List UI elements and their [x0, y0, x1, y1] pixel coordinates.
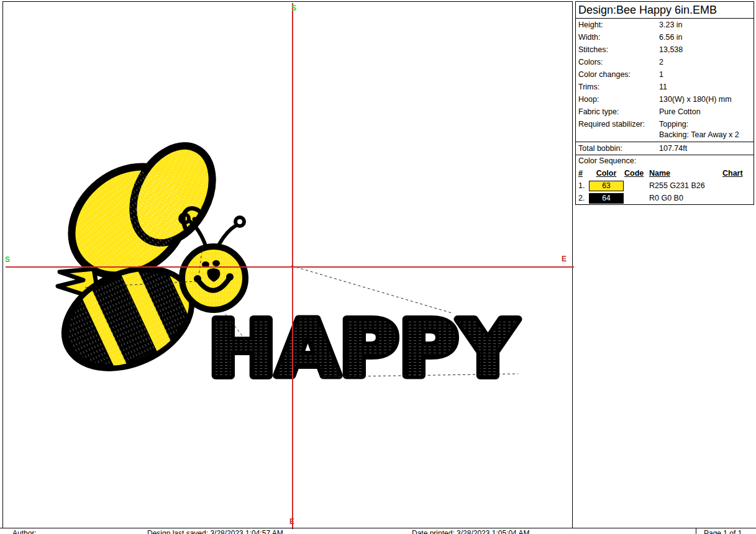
- end-marker-right: E: [562, 255, 567, 263]
- happy-text-stitch-texture: HAPPY: [208, 304, 518, 394]
- color-swatch-2: 64: [589, 193, 624, 204]
- footer-page-number: Page 1 of 1: [704, 529, 742, 534]
- info-row-height: Height: 3.23 in: [576, 19, 754, 31]
- footer-date-printed: Date printed: 3/28/2023 1:05:04 AM: [412, 529, 529, 534]
- color-swatch-1: 63: [589, 181, 624, 191]
- footer-divider-tick: [696, 528, 696, 534]
- color-sequence-row-2: 2. 64 R0 G0 B0: [576, 192, 754, 204]
- info-row-total-bobbin: Total bobbin: 107.74ft: [576, 142, 754, 155]
- horizontal-guide-line: [6, 266, 574, 268]
- info-row-stabilizer: Required stabilizer: Topping: Backing: T…: [576, 118, 754, 142]
- info-row-colors: Colors: 2: [576, 56, 754, 68]
- color-sequence-row-1: 1. 63 R255 G231 B26: [576, 179, 754, 192]
- design-title: Design:Bee Happy 6in.EMB: [576, 2, 754, 19]
- info-row-trims: Trims: 11: [576, 81, 754, 93]
- bee-eye-right: [212, 260, 220, 266]
- end-marker-bottom: E: [289, 518, 294, 525]
- bee-head: [182, 247, 245, 310]
- design-canvas: HAPPY HAPPY S S E E: [2, 1, 573, 528]
- happy-lettering: HAPPY HAPPY: [208, 304, 518, 394]
- embroidery-artwork: HAPPY HAPPY: [3, 2, 572, 528]
- footer-author: Author:: [12, 529, 37, 534]
- info-row-fabric-type: Fabric type: Pure Cotton: [576, 106, 754, 118]
- color-sequence-label: Color Sequence:: [576, 155, 754, 167]
- info-row-stitches: Stitches: 13,538: [576, 43, 754, 56]
- footer-divider: [0, 528, 756, 528]
- design-properties-table: Height: 3.23 in Width: 6.56 in Stitches:…: [576, 19, 754, 155]
- footer-last-saved: Design last saved: 3/28/2023 1:04:57 AM: [147, 529, 283, 534]
- info-row-color-changes: Color changes: 1: [576, 68, 754, 81]
- info-row-hoop: Hoop: 130(W) x 180(H) mm: [576, 93, 754, 106]
- start-marker-left: S: [5, 256, 10, 263]
- start-marker-top: S: [291, 4, 296, 12]
- thread-name-2: R0 G0 B0: [649, 194, 722, 202]
- color-sequence-header: # Color Code Name Chart: [576, 167, 754, 179]
- thread-name-1: R255 G231 B26: [649, 181, 722, 190]
- info-row-width: Width: 6.56 in: [576, 31, 754, 43]
- design-info-panel: Design:Bee Happy 6in.EMB Height: 3.23 in…: [575, 1, 754, 205]
